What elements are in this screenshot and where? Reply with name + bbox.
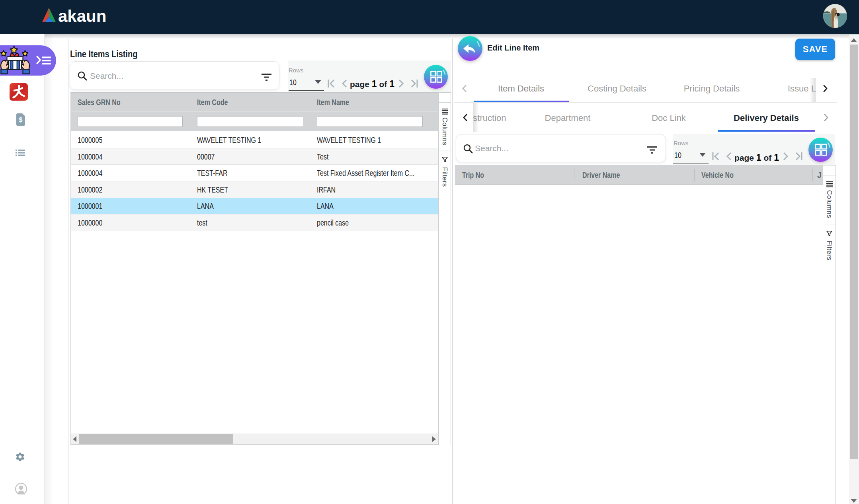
svg-text:$: $ [19, 117, 23, 123]
